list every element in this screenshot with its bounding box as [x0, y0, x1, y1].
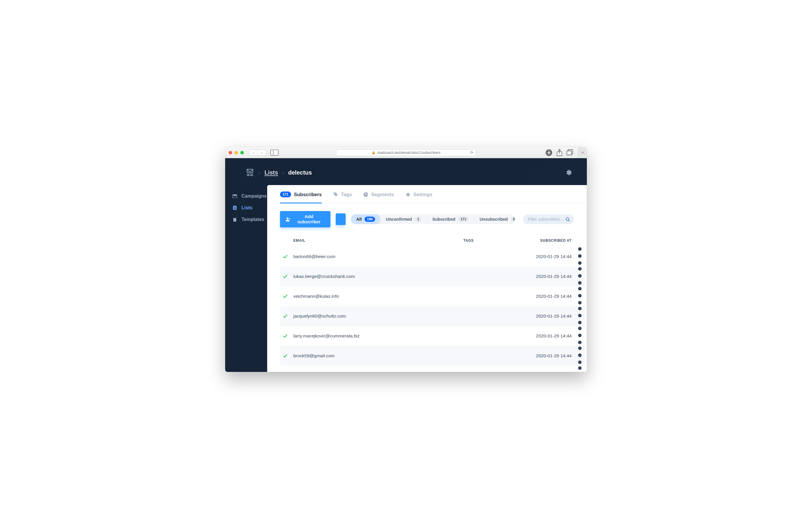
app-viewport: › Lists › delectus Campaigns [225, 158, 587, 372]
tab-settings[interactable]: Settings [406, 191, 432, 203]
more-actions-button[interactable] [336, 213, 346, 225]
tab-label: Tags [341, 192, 352, 197]
address-book-icon [232, 206, 237, 210]
row-actions-button[interactable] [575, 366, 585, 372]
filter-unconfirmed[interactable]: Unconfirmed 1 [381, 214, 427, 224]
svg-point-29 [578, 327, 582, 330]
breadcrumb-lists-link[interactable]: Lists [265, 169, 278, 176]
address-bar[interactable]: 🔒 mailcoach.test/email-lists/1/subscribe… [336, 149, 476, 156]
search-input[interactable] [528, 217, 566, 222]
svg-point-35 [578, 366, 582, 370]
sidebar-item-label: Lists [241, 205, 252, 211]
col-tags[interactable]: TAGS [461, 235, 499, 247]
row-actions-button[interactable] [575, 306, 585, 326]
svg-point-20 [578, 267, 582, 271]
table-row[interactable]: hokeefe@yahoo.com2020-01-29 14:44 [280, 366, 585, 372]
forward-button[interactable]: › [258, 149, 266, 156]
svg-point-23 [578, 287, 582, 291]
col-subscribed-at[interactable]: SUBSCRIBED AT [499, 235, 575, 247]
svg-point-22 [578, 281, 582, 284]
subscribed-at-cell: 2020-01-29 14:44 [499, 306, 575, 326]
check-icon [283, 354, 288, 358]
row-actions-button[interactable] [575, 346, 585, 366]
window-minimize-button[interactable] [234, 151, 238, 155]
tab-label: Subscribers [294, 192, 322, 197]
svg-point-27 [578, 314, 582, 317]
row-actions-button[interactable] [575, 247, 585, 267]
app-header: › Lists › delectus Campaigns [225, 158, 587, 372]
subscribed-at-cell: 2020-01-29 14:44 [499, 366, 575, 372]
table-row[interactable]: larry.macejkovic@cummerata.biz2020-01-29… [280, 326, 585, 346]
tags-cell [461, 306, 499, 326]
breadcrumb: › Lists › delectus [245, 169, 312, 176]
subscribed-at-cell: 2020-01-29 14:44 [499, 346, 575, 366]
svg-point-34 [578, 360, 582, 364]
email-cell: brock59@gmail.com [290, 346, 461, 366]
user-plus-icon [286, 217, 290, 222]
status-filters: All 180 Unconfirmed 1 Subscribed 171 [351, 214, 515, 224]
status-cell [280, 366, 290, 372]
tag-icon [334, 192, 338, 197]
toolbar: Add subscriber All 180 [267, 203, 587, 229]
dots-vertical-icon [578, 340, 582, 346]
back-button[interactable]: ‹ [249, 149, 258, 156]
svg-point-28 [578, 321, 582, 324]
table-row[interactable]: brock59@gmail.com2020-01-29 14:44 [280, 346, 585, 366]
nav-buttons: ‹ › [249, 149, 266, 156]
row-actions-button[interactable] [575, 267, 585, 286]
svg-point-33 [578, 354, 582, 357]
check-icon [283, 334, 288, 338]
filter-subscribed[interactable]: Subscribed 171 [427, 214, 474, 224]
svg-point-16 [566, 217, 569, 220]
tags-cell [461, 267, 499, 286]
sidebar-toggle-button[interactable] [270, 149, 279, 156]
search-field[interactable] [523, 214, 574, 224]
reload-icon[interactable]: ⟳ [470, 150, 473, 155]
row-actions-button[interactable] [575, 326, 585, 346]
sidebar-item-campaigns[interactable]: Campaigns [225, 190, 267, 202]
new-tab-button[interactable]: ＋ [578, 147, 587, 158]
settings-gear-button[interactable] [566, 169, 572, 176]
browser-titlebar: ‹ › 🔒 mailcoach.test/email-lists/1/subsc… [225, 147, 587, 158]
svg-point-21 [578, 274, 582, 278]
svg-rect-4 [567, 151, 571, 155]
col-email[interactable]: EMAIL [290, 235, 461, 247]
tab-segments[interactable]: Segments [364, 191, 394, 203]
subscribed-at-cell: 2020-01-29 14:44 [499, 247, 575, 267]
tab-tags[interactable]: Tags [334, 191, 352, 203]
check-icon [283, 314, 288, 319]
main-panel: 171 Subscribers Tags [267, 185, 587, 372]
svg-point-32 [578, 347, 582, 350]
dots-vertical-icon [578, 321, 582, 326]
sidebar-item-lists[interactable]: Lists [225, 202, 267, 214]
filter-count: 180 [365, 217, 375, 222]
filter-count: 8 [511, 217, 515, 222]
tab-subscribers[interactable]: 171 Subscribers [280, 191, 322, 203]
email-cell: lukas.berge@cruickshank.com [290, 267, 461, 286]
sidebar-item-templates[interactable]: Templates [225, 214, 267, 225]
tabs-button[interactable] [565, 149, 574, 156]
svg-point-19 [578, 261, 582, 265]
filter-label: Unconfirmed [386, 217, 412, 222]
row-actions-button[interactable] [575, 286, 585, 306]
tags-cell [461, 286, 499, 306]
filter-unsubscribed[interactable]: Unsubscribed 8 [474, 214, 515, 224]
filter-label: Subscribed [432, 217, 455, 222]
window-close-button[interactable] [229, 151, 232, 155]
table-row[interactable]: veichmann@kulas.info2020-01-29 14:44 [280, 286, 585, 306]
window-zoom-button[interactable] [240, 151, 244, 155]
app-logo-icon [245, 169, 254, 176]
filter-all[interactable]: All 180 [351, 214, 381, 224]
email-cell: larry.macejkovic@cummerata.biz [290, 326, 461, 346]
svg-rect-0 [271, 150, 278, 155]
add-subscriber-button[interactable]: Add subscriber [280, 211, 330, 227]
dots-vertical-icon [578, 301, 582, 306]
table-row[interactable]: barton69@beier.com2020-01-29 14:44 [280, 247, 585, 267]
table-row[interactable]: jacquelyn60@schultz.com2020-01-29 14:44 [280, 306, 585, 326]
downloads-button[interactable] [545, 149, 553, 156]
share-button[interactable] [555, 149, 564, 156]
tags-cell [461, 346, 499, 366]
pie-chart-icon [364, 192, 368, 197]
check-icon [283, 274, 288, 279]
table-row[interactable]: lukas.berge@cruickshank.com2020-01-29 14… [280, 267, 585, 286]
